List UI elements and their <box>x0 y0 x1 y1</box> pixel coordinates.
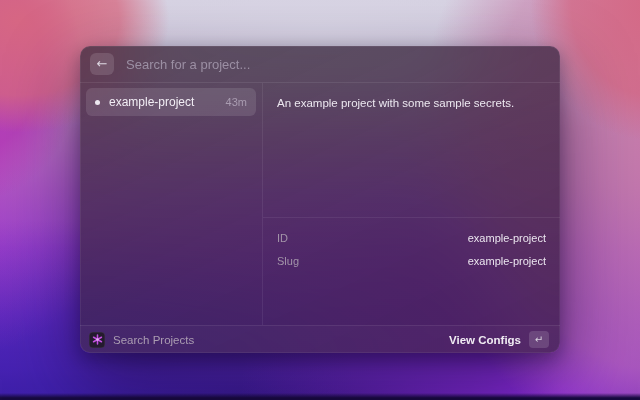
back-button[interactable]: ← <box>90 53 114 75</box>
enter-key-icon: ↵ <box>529 331 549 348</box>
command-name: Search Projects <box>113 334 447 346</box>
detail-panel: An example project with some sample secr… <box>263 83 560 325</box>
search-header: ← <box>80 46 560 83</box>
view-configs-button[interactable]: View Configs ↵ <box>447 329 551 350</box>
metadata-value: example-project <box>468 255 546 267</box>
content-body: example-project 43m An example project w… <box>80 83 560 325</box>
metadata-row-id: ID example-project <box>277 226 546 249</box>
back-arrow-icon: ← <box>97 53 108 75</box>
bullet-icon <box>95 100 100 105</box>
project-age-badge: 43m <box>226 96 247 108</box>
search-input[interactable] <box>124 56 550 73</box>
launcher-window: ← example-project 43m An example project… <box>80 46 560 353</box>
metadata-value: example-project <box>468 232 546 244</box>
metadata-label: Slug <box>277 255 299 267</box>
metadata-label: ID <box>277 232 288 244</box>
project-description: An example project with some sample secr… <box>263 83 560 217</box>
list-item-example-project[interactable]: example-project 43m <box>86 88 256 116</box>
metadata-row-slug: Slug example-project <box>277 249 546 272</box>
action-bar: Search Projects View Configs ↵ <box>80 325 560 353</box>
view-configs-label: View Configs <box>449 334 521 346</box>
doppler-extension-icon <box>89 332 105 348</box>
wallpaper-bottom-strip <box>0 393 640 400</box>
project-list: example-project 43m <box>80 83 263 325</box>
project-name: example-project <box>109 95 218 109</box>
metadata-section: ID example-project Slug example-project <box>263 217 560 325</box>
